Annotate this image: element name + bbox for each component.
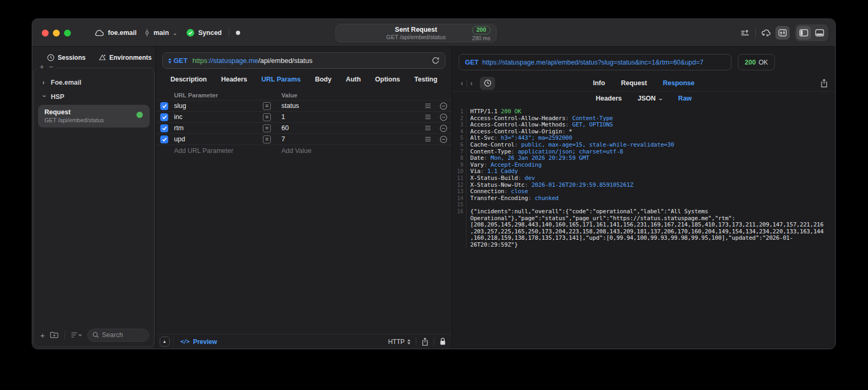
url-path[interactable]: /api/embed/status xyxy=(258,57,313,65)
line-number: 1 xyxy=(452,108,467,115)
url-param-row[interactable]: slug = status xyxy=(156,101,452,112)
url-param-row[interactable]: upd = 7 xyxy=(156,134,452,145)
sort-options-icon[interactable] xyxy=(71,332,83,338)
import-export-button[interactable] xyxy=(738,26,752,40)
remove-item-icon[interactable]: − xyxy=(49,63,53,70)
param-checkbox[interactable] xyxy=(160,135,168,143)
method-selector-icon[interactable] xyxy=(168,58,171,64)
response-nav: ‹ › InfoRequestResponse xyxy=(452,75,835,91)
toggle-sidebar-button[interactable] xyxy=(797,26,811,40)
pill-status-block: 200 280 ms xyxy=(472,26,490,41)
subtab-raw[interactable]: Raw xyxy=(678,95,692,102)
request-item-subtitle: GET /api/embed/status xyxy=(44,117,143,123)
request-list-item-selected[interactable]: Request GET /api/embed/status xyxy=(38,105,150,128)
param-name[interactable]: upd xyxy=(174,135,263,143)
param-value[interactable]: 1 xyxy=(277,113,421,121)
tab-description[interactable]: Description xyxy=(170,76,207,83)
param-value[interactable]: 7 xyxy=(277,135,421,143)
sync-button[interactable] xyxy=(775,26,790,40)
tree-item-foe-email[interactable]: ›Foe.email xyxy=(37,75,151,89)
add-item-icon[interactable]: + xyxy=(40,63,44,70)
request-status-pill[interactable]: Sent Request GET /api/embed/status 200 2… xyxy=(335,24,497,42)
tab-body[interactable]: Body xyxy=(315,76,331,83)
forward-icon[interactable]: › xyxy=(467,79,476,87)
workspace-name[interactable]: foe.email xyxy=(108,29,136,37)
param-checkbox[interactable] xyxy=(160,124,168,132)
sent-url-box[interactable]: GET https://statuspage.me/api/embed/stat… xyxy=(459,54,732,70)
branch-name[interactable]: main xyxy=(153,29,169,37)
add-param-row[interactable]: Add URL Parameter Add Value xyxy=(156,145,452,156)
expand-panel-button[interactable]: ▲ xyxy=(160,337,170,347)
tab-info[interactable]: Info xyxy=(593,79,605,87)
equals-icon: = xyxy=(263,102,271,110)
chevron-right-icon[interactable]: › xyxy=(42,78,47,86)
sync-status-label[interactable]: Synced xyxy=(198,29,222,37)
history-clock-button[interactable] xyxy=(480,77,495,90)
tab-response[interactable]: Response xyxy=(663,79,695,87)
url-scheme[interactable]: https xyxy=(193,57,207,65)
response-body-line: 16 {"incidents":null,"overall":{"code":"… xyxy=(452,208,835,249)
remove-param-icon[interactable] xyxy=(435,135,452,143)
close-window-button[interactable] xyxy=(42,30,49,37)
param-name[interactable]: slug xyxy=(174,102,263,110)
chevron-down-icon[interactable]: › xyxy=(41,95,49,99)
url-param-row[interactable]: rtm = 60 xyxy=(156,123,452,134)
subtab-json[interactable]: JSON⌄ xyxy=(638,95,663,102)
protocol-selector[interactable]: HTTP xyxy=(388,338,410,346)
share-icon[interactable] xyxy=(422,338,428,346)
toggle-bottom-panel-button[interactable] xyxy=(812,26,827,40)
tab-auth[interactable]: Auth xyxy=(346,76,361,83)
lock-icon xyxy=(440,338,446,346)
tab-options[interactable]: Options xyxy=(375,76,400,83)
branch-chevron-icon[interactable]: ⌄ xyxy=(172,30,177,36)
url-host[interactable]: ://statuspage.me xyxy=(207,57,258,65)
request-url-bar[interactable]: GET https://statuspage.me/api/embed/stat… xyxy=(162,52,445,69)
workspace-group: foe.email main ⌄ Synced xyxy=(94,19,240,47)
response-body[interactable]: 1 HTTP/1.1 200 OK 2 Access-Control-Allow… xyxy=(452,105,835,349)
back-icon[interactable]: ‹ xyxy=(458,79,467,87)
tab-request[interactable]: Request xyxy=(621,79,647,87)
tab-environments[interactable]: Environments xyxy=(98,54,152,61)
request-method[interactable]: GET xyxy=(173,57,188,65)
param-checkbox[interactable] xyxy=(160,102,168,110)
new-request-icon[interactable]: + xyxy=(40,331,45,340)
row-options-icon[interactable] xyxy=(421,125,435,131)
footer-toggle-cell: ▲ xyxy=(156,334,173,349)
line-number: 5 xyxy=(452,135,467,142)
params-header-row: URL Parameter Value xyxy=(156,90,452,101)
footer-right-controls: HTTP xyxy=(388,338,452,346)
param-value[interactable]: 60 xyxy=(277,124,421,132)
param-name[interactable]: inc xyxy=(174,113,263,121)
minimize-window-button[interactable] xyxy=(53,30,60,37)
export-response-icon[interactable] xyxy=(820,79,828,88)
tab-sessions[interactable]: Sessions xyxy=(47,54,86,61)
tab-headers[interactable]: Headers xyxy=(221,76,247,83)
row-options-icon[interactable] xyxy=(421,114,435,120)
line-content xyxy=(467,202,470,208)
row-options-icon[interactable] xyxy=(421,103,435,108)
pull-changes-button[interactable] xyxy=(759,26,773,40)
traffic-lights xyxy=(42,30,71,37)
add-url-parameter-placeholder[interactable]: Add URL Parameter xyxy=(174,147,263,155)
zoom-window-button[interactable] xyxy=(64,30,71,37)
remove-param-icon[interactable] xyxy=(435,124,452,132)
url-param-row[interactable]: inc = 1 xyxy=(156,112,452,123)
param-checkbox[interactable] xyxy=(160,113,168,121)
remove-param-icon[interactable] xyxy=(435,102,452,110)
new-folder-icon[interactable] xyxy=(50,331,59,339)
subtab-headers[interactable]: Headers xyxy=(596,95,622,102)
param-name[interactable]: rtm xyxy=(174,124,263,132)
tree-item-hsp[interactable]: ›HSP xyxy=(37,89,151,104)
tab-url-params[interactable]: URL Params xyxy=(261,76,300,83)
titlebar-actions xyxy=(738,19,828,47)
preview-button[interactable]: </> Preview xyxy=(180,338,217,346)
tab-testing[interactable]: Testing xyxy=(414,76,437,83)
refresh-icon[interactable] xyxy=(432,57,440,65)
add-value-placeholder[interactable]: Add Value xyxy=(277,147,452,155)
response-status-code: 200 xyxy=(745,59,756,66)
remove-param-icon[interactable] xyxy=(435,113,452,121)
line-number: 7 xyxy=(452,149,467,156)
param-value[interactable]: status xyxy=(277,102,421,110)
row-options-icon[interactable] xyxy=(421,137,435,142)
search-input[interactable]: Search xyxy=(87,329,149,342)
